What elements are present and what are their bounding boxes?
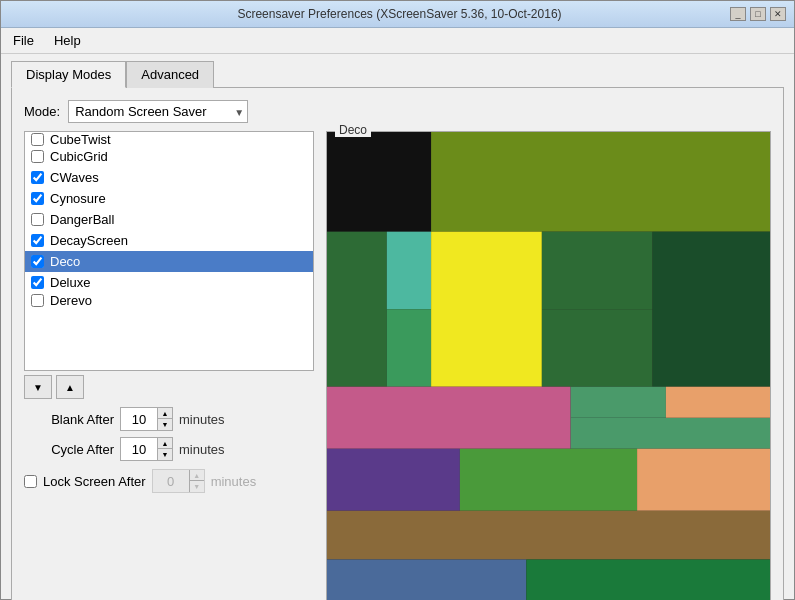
lock-spin-buttons: ▲ ▼: [189, 470, 204, 492]
lock-spinner: ▲ ▼: [152, 469, 205, 493]
lock-down: ▼: [190, 481, 204, 492]
blank-after-spinner: ▲ ▼: [120, 407, 173, 431]
cycle-after-input[interactable]: [121, 440, 157, 459]
blank-after-down[interactable]: ▼: [158, 419, 172, 430]
blank-after-spin-buttons: ▲ ▼: [157, 408, 172, 430]
window-title: Screensaver Preferences (XScreenSaver 5.…: [69, 7, 730, 21]
deco-preview: [327, 132, 770, 600]
item-label: DangerBall: [50, 212, 114, 227]
minimize-button[interactable]: _: [730, 7, 746, 21]
lock-up: ▲: [190, 470, 204, 481]
item-checkbox-cubetwist[interactable]: [31, 133, 44, 146]
svg-rect-10: [571, 387, 666, 418]
list-item[interactable]: DangerBall: [25, 209, 313, 230]
preview-box: Deco: [326, 131, 771, 600]
list-arrows: ▼ ▲: [24, 375, 314, 399]
blank-after-input[interactable]: [121, 410, 157, 429]
svg-rect-2: [327, 232, 387, 387]
controls-area: Blank After ▲ ▼ minutes Cycle After: [24, 407, 314, 493]
svg-rect-6: [542, 232, 653, 310]
list-panel: CubeTwist CubicGrid CWaves Cynosure: [24, 131, 314, 600]
scroll-down-button[interactable]: ▼: [24, 375, 52, 399]
file-menu[interactable]: File: [9, 31, 38, 50]
close-button[interactable]: ✕: [770, 7, 786, 21]
tab-display-modes[interactable]: Display Modes: [11, 61, 126, 88]
maximize-button[interactable]: □: [750, 7, 766, 21]
blank-after-unit: minutes: [179, 412, 225, 427]
cycle-after-up[interactable]: ▲: [158, 438, 172, 449]
title-bar: Screensaver Preferences (XScreenSaver 5.…: [1, 1, 794, 28]
window-controls: _ □ ✕: [730, 7, 786, 21]
preview-panel: Deco: [326, 131, 771, 600]
main-window: Screensaver Preferences (XScreenSaver 5.…: [0, 0, 795, 600]
mode-row: Mode: Random Screen Saver One Screen Sav…: [24, 100, 771, 123]
svg-rect-8: [653, 232, 770, 387]
svg-rect-3: [387, 232, 431, 310]
svg-rect-1: [431, 132, 770, 232]
cycle-after-unit: minutes: [179, 442, 225, 457]
lock-row: Lock Screen After ▲ ▼ minutes: [24, 469, 314, 493]
screensaver-list[interactable]: CubeTwist CubicGrid CWaves Cynosure: [24, 131, 314, 371]
tab-content: Mode: Random Screen Saver One Screen Sav…: [11, 87, 784, 600]
list-item[interactable]: CWaves: [25, 167, 313, 188]
cycle-after-row: Cycle After ▲ ▼ minutes: [24, 437, 314, 461]
svg-rect-0: [327, 132, 431, 232]
scroll-up-button[interactable]: ▲: [56, 375, 84, 399]
cycle-after-spinner: ▲ ▼: [120, 437, 173, 461]
svg-rect-12: [666, 387, 770, 418]
svg-rect-4: [387, 309, 431, 387]
blank-after-label: Blank After: [24, 412, 114, 427]
tab-advanced[interactable]: Advanced: [126, 61, 214, 88]
menu-bar: File Help: [1, 28, 794, 54]
item-checkbox-decayscreen[interactable]: [31, 234, 44, 247]
lock-input: [153, 472, 189, 491]
svg-rect-7: [542, 309, 653, 387]
cycle-after-spin-buttons: ▲ ▼: [157, 438, 172, 460]
lock-unit: minutes: [211, 474, 257, 489]
item-label: Deluxe: [50, 275, 90, 290]
svg-rect-18: [526, 559, 770, 600]
lock-label: Lock Screen After: [43, 474, 146, 489]
cycle-after-label: Cycle After: [24, 442, 114, 457]
blank-after-row: Blank After ▲ ▼ minutes: [24, 407, 314, 431]
item-label: Derevo: [50, 293, 92, 307]
svg-rect-13: [327, 449, 460, 511]
svg-rect-11: [571, 418, 770, 449]
item-checkbox-deco[interactable]: [31, 255, 44, 268]
svg-rect-5: [431, 232, 542, 387]
list-item[interactable]: CubeTwist: [25, 132, 313, 146]
item-checkbox-deluxe[interactable]: [31, 276, 44, 289]
cycle-after-down[interactable]: ▼: [158, 449, 172, 460]
list-item[interactable]: Cynosure: [25, 188, 313, 209]
preview-group-label: Deco: [335, 123, 371, 137]
item-checkbox-dangerball[interactable]: [31, 213, 44, 226]
lock-checkbox[interactable]: [24, 475, 37, 488]
svg-rect-17: [327, 559, 526, 600]
item-label: Deco: [50, 254, 80, 269]
item-checkbox-cynosure[interactable]: [31, 192, 44, 205]
list-item[interactable]: Deluxe: [25, 272, 313, 293]
svg-rect-15: [637, 449, 770, 511]
item-checkbox-cubicgrid[interactable]: [31, 150, 44, 163]
list-item-deco[interactable]: Deco: [25, 251, 313, 272]
item-label: DecayScreen: [50, 233, 128, 248]
tab-bar: Display Modes Advanced: [1, 54, 794, 87]
mode-select[interactable]: Random Screen Saver One Screen Saver Bla…: [68, 100, 248, 123]
mode-select-wrapper: Random Screen Saver One Screen Saver Bla…: [68, 100, 248, 123]
list-item[interactable]: Derevo: [25, 293, 313, 307]
svg-rect-9: [327, 387, 571, 449]
item-label: CWaves: [50, 170, 99, 185]
help-menu[interactable]: Help: [50, 31, 85, 50]
blank-after-up[interactable]: ▲: [158, 408, 172, 419]
item-label: CubeTwist: [50, 132, 111, 146]
mode-label: Mode:: [24, 104, 60, 119]
svg-rect-16: [327, 511, 770, 560]
item-label: Cynosure: [50, 191, 106, 206]
item-checkbox-cwaves[interactable]: [31, 171, 44, 184]
svg-rect-14: [460, 449, 637, 511]
item-label: CubicGrid: [50, 149, 108, 164]
list-item[interactable]: DecayScreen: [25, 230, 313, 251]
item-checkbox-derevo[interactable]: [31, 294, 44, 307]
list-item[interactable]: CubicGrid: [25, 146, 313, 167]
main-area: CubeTwist CubicGrid CWaves Cynosure: [24, 131, 771, 600]
